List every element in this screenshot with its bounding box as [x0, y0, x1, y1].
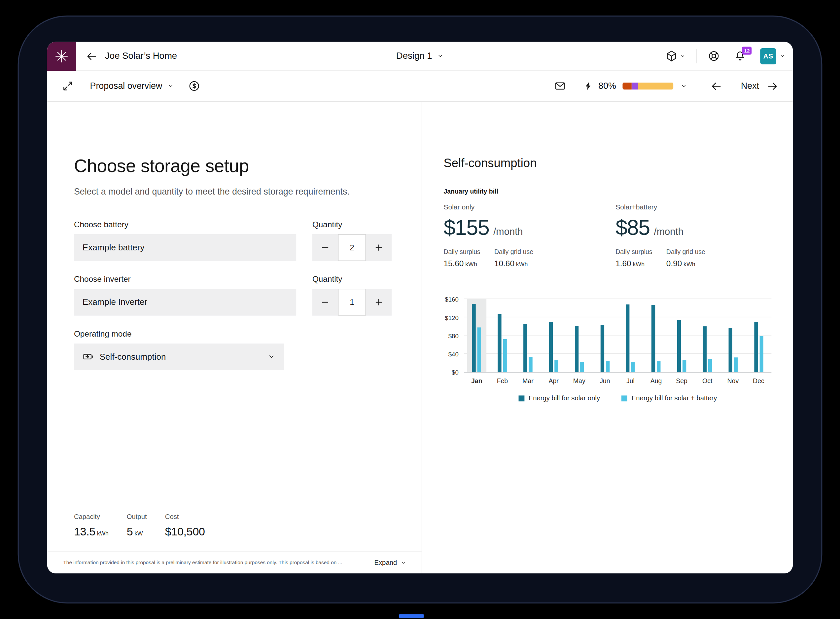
chart-bar — [600, 325, 604, 372]
inverter-select-value: Example Inverter — [82, 297, 147, 307]
solar-only-grid-use: Daily grid use 10.60kWh — [494, 248, 533, 268]
chart-x-tick: May — [566, 377, 592, 385]
chart-x-tick: Sep — [669, 377, 695, 385]
chart-y-tick: $80 — [448, 333, 459, 339]
battery-select[interactable]: Example battery — [74, 234, 296, 261]
output-value: 5 — [127, 525, 133, 537]
battery-qty-increment-button[interactable] — [366, 234, 392, 261]
content: Choose storage setup Select a model and … — [47, 102, 793, 573]
output-label: Output — [127, 513, 147, 520]
energy-menu-button[interactable] — [680, 82, 688, 90]
chart-plot — [464, 299, 771, 372]
chart-bar — [503, 339, 507, 372]
solar-only-column: Solar only $155 /month Daily surplus 15.… — [443, 203, 615, 268]
back-button[interactable] — [85, 49, 98, 63]
chevron-down-icon — [680, 53, 686, 59]
inverter-select[interactable]: Example Inverter — [74, 289, 296, 315]
capacity-value: 13.5 — [74, 525, 95, 537]
battery-select-label: Choose battery — [74, 220, 296, 229]
disclaimer-bar: The information provided in this proposa… — [47, 551, 422, 573]
chart-bar — [580, 362, 584, 372]
chart-bar — [652, 305, 655, 372]
notifications-button[interactable]: 12 — [734, 50, 746, 62]
self-consumption-panel: Self-consumption January utility bill So… — [422, 102, 793, 573]
help-button[interactable] — [707, 50, 720, 62]
capacity-label: Capacity — [74, 513, 109, 520]
solar-battery-price-suffix: /month — [654, 226, 683, 238]
solar-only-label: Solar only — [443, 203, 615, 211]
plus-icon — [373, 242, 385, 254]
chart-bar-group — [720, 299, 746, 372]
bill-comparison: Solar only $155 /month Daily surplus 15.… — [443, 203, 771, 268]
chart-bar — [734, 357, 737, 372]
chart-bar — [759, 336, 763, 372]
solar-battery-grid-use: Daily grid use 0.90kWh — [666, 248, 705, 268]
chart-bar — [523, 324, 527, 372]
legend-item: Energy bill for solar + battery — [621, 395, 717, 402]
chart-x-tick: Oct — [694, 377, 720, 385]
storage-subtitle: Select a model and quantity to meet the … — [74, 185, 392, 198]
fullscreen-button[interactable] — [62, 80, 74, 92]
chart-bar — [631, 362, 635, 372]
logo[interactable] — [47, 42, 76, 71]
chevron-down-icon — [267, 353, 275, 361]
chart-bar-group — [669, 299, 695, 372]
stage: Joe Solar’s Home Design 1 12 — [0, 0, 840, 619]
inverter-quantity-stepper: 1 — [312, 289, 392, 315]
chart-bar-group — [464, 299, 490, 372]
cost-stat: Cost $10,500 — [165, 513, 205, 538]
design-mode-menu-button[interactable] — [665, 50, 686, 62]
battery-qty-decrement-button[interactable] — [312, 234, 338, 261]
energy-mix-gauge — [622, 82, 673, 90]
chart-bar — [703, 326, 706, 372]
chart-bar — [606, 361, 609, 372]
capacity-unit: kWh — [97, 530, 109, 537]
minus-icon — [319, 296, 331, 308]
chart-bar-group — [566, 299, 592, 372]
chart-bar-group — [515, 299, 541, 372]
chart-x-tick: Aug — [643, 377, 669, 385]
previous-step-button[interactable] — [710, 79, 723, 93]
chart-x-tick: Jan — [464, 377, 490, 385]
operating-mode-label: Operating mode — [74, 329, 284, 338]
next-step-button[interactable]: Next — [741, 79, 779, 93]
chart-x-tick: Mar — [515, 377, 541, 385]
capacity-stat: Capacity 13.5kWh — [74, 513, 109, 538]
chart-bar-group — [694, 299, 720, 372]
bolt-icon — [583, 81, 594, 91]
chart-bar-group — [490, 299, 515, 372]
chart-legend: Energy bill for solar onlyEnergy bill fo… — [464, 395, 771, 402]
utility-bill-chart: $0$40$80$120$160 JanFebMarAprMayJunJulAu… — [443, 299, 771, 402]
chart-bar — [677, 320, 681, 372]
chart-x-tick: Dec — [746, 377, 771, 385]
solar-only-surplus: Daily surplus 15.60kWh — [443, 248, 480, 268]
page-title: Joe Solar’s Home — [105, 51, 177, 61]
proposal-toolbar: Proposal overview 80% — [47, 71, 793, 102]
header-actions: 12 AS — [665, 48, 793, 64]
expand-button[interactable]: Expand — [374, 559, 406, 566]
starburst-icon — [54, 49, 69, 63]
proposal-view-selector[interactable]: Proposal overview — [90, 81, 174, 91]
storage-panel: Choose storage setup Select a model and … — [47, 102, 422, 573]
inverter-qty-increment-button[interactable] — [366, 289, 392, 315]
device-connector — [399, 614, 424, 618]
chevron-down-icon — [780, 53, 786, 59]
chart-y-tick: $40 — [448, 351, 459, 357]
pricing-button[interactable] — [188, 80, 200, 92]
cost-value: $10,500 — [165, 525, 205, 537]
chart-y-tick: $160 — [445, 296, 459, 302]
battery-select-value: Example battery — [82, 243, 145, 252]
cube-icon — [665, 50, 677, 62]
email-button[interactable] — [554, 80, 566, 92]
app-window: Joe Solar’s Home Design 1 12 — [47, 42, 793, 573]
chart-bar-group — [746, 299, 771, 372]
design-selector[interactable]: Design 1 — [396, 51, 444, 61]
inverter-qty-decrement-button[interactable] — [312, 289, 338, 315]
account-menu-button[interactable]: AS — [760, 48, 785, 64]
consumption-title: Self-consumption — [443, 157, 771, 170]
chart-x-tick: Jun — [592, 377, 618, 385]
chevron-down-icon — [400, 559, 406, 565]
operating-mode-select[interactable]: Self-consumption — [74, 344, 284, 370]
chart-bar — [477, 327, 481, 372]
chart-bar — [554, 360, 558, 372]
